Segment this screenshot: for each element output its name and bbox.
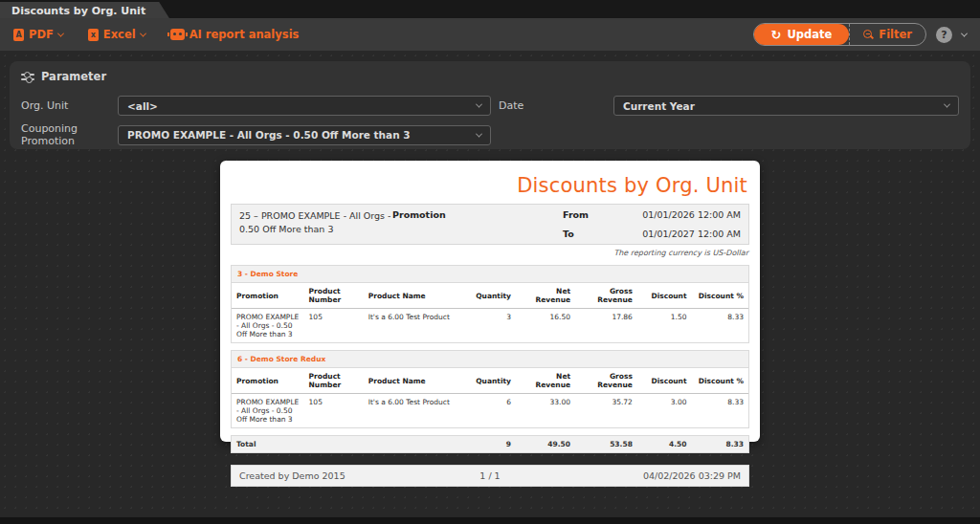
section-group-header: 3 - Demo Store xyxy=(232,266,748,283)
chevron-down-icon xyxy=(476,130,482,137)
to-value: 01/01/2027 12:00 AM xyxy=(622,229,741,239)
couponing-promotion-select[interactable]: PROMO EXAMPLE - All Orgs - 0.50 Off More… xyxy=(118,125,491,145)
excel-button-label: Excel xyxy=(103,28,136,41)
cell-discount-pct: 8.33 xyxy=(692,309,748,343)
page-number: 1 / 1 xyxy=(232,470,748,481)
cell-product-number: 105 xyxy=(304,309,364,343)
total-discount-pct: 8.33 xyxy=(692,436,748,452)
col-header-discount: Discount xyxy=(637,283,692,309)
section-group-header: 6 - Demo Store Redux xyxy=(232,351,748,368)
update-button-label: Update xyxy=(787,28,832,41)
cell-product-name: It's a 6.00 Test Product xyxy=(364,309,462,343)
robot-icon xyxy=(170,29,185,40)
total-discount: 4.50 xyxy=(637,436,692,452)
col-header-promotion: Promotion xyxy=(232,283,304,309)
parameter-panel-header: Parameter xyxy=(21,70,959,83)
pdf-file-icon: A xyxy=(13,29,24,41)
couponing-promotion-value: PROMO EXAMPLE - All Orgs - 0.50 Off More… xyxy=(127,129,411,141)
col-header-discount-pct: Discount % xyxy=(692,283,748,309)
from-label: From xyxy=(563,209,622,220)
col-header-gross-revenue: Gross Revenue xyxy=(575,283,637,309)
report-section-demo-store-redux: 6 - Demo Store Redux Promotion Product N… xyxy=(231,350,749,428)
filter-button-label: Filter xyxy=(879,28,912,41)
col-header-discount-pct: Discount % xyxy=(692,368,748,394)
report-document: Discounts by Org. Unit Promotion 25 – PR… xyxy=(220,161,760,442)
total-label: Total xyxy=(232,436,461,452)
section-table: Promotion Product Number Product Name Qu… xyxy=(232,283,748,342)
promotion-value: 25 – PROMO EXAMPLE - All Orgs - 0.50 Off… xyxy=(239,209,392,239)
chevron-down-icon xyxy=(140,30,146,36)
excel-file-icon: x xyxy=(88,29,99,41)
total-net-revenue: 49.50 xyxy=(516,436,575,452)
date-label: Date xyxy=(499,99,606,112)
date-select[interactable]: Current Year xyxy=(613,96,959,116)
table-header-row: Promotion Product Number Product Name Qu… xyxy=(232,368,748,394)
excel-export-button[interactable]: x Excel xyxy=(88,28,145,41)
date-value: Current Year xyxy=(623,100,695,112)
cell-discount-pct: 8.33 xyxy=(692,394,748,428)
sliders-icon xyxy=(21,71,34,83)
filter-button[interactable]: Filter xyxy=(849,24,925,45)
tab-title: Discounts by Org. Unit xyxy=(11,5,145,17)
org-unit-label: Org. Unit xyxy=(21,99,110,112)
currency-note: The reporting currency is US-Dollar xyxy=(231,249,748,257)
org-unit-value: <all> xyxy=(127,100,158,112)
chevron-down-icon xyxy=(944,101,950,108)
couponing-promotion-label: Couponing Promotion xyxy=(21,122,110,147)
col-header-quantity: Quantity xyxy=(461,283,516,309)
chevron-down-icon[interactable] xyxy=(961,30,968,36)
table-row: PROMO EXAMPLE - All Orgs - 0.50 Off More… xyxy=(232,309,748,343)
toolbar-right: ↻ Update Filter ? xyxy=(753,23,967,46)
content-area: Parameter Org. Unit <all> Date Current Y… xyxy=(0,51,980,517)
col-header-product-name: Product Name xyxy=(364,283,462,309)
col-header-net-revenue: Net Revenue xyxy=(516,283,575,309)
cell-discount: 3.00 xyxy=(637,394,692,428)
update-filter-group: ↻ Update Filter xyxy=(753,23,926,46)
col-header-promotion: Promotion xyxy=(232,368,304,394)
org-unit-select[interactable]: <all> xyxy=(118,96,491,116)
refresh-icon: ↻ xyxy=(771,29,782,41)
to-label: To xyxy=(563,229,622,239)
cell-discount: 1.50 xyxy=(637,309,692,343)
chevron-down-icon xyxy=(57,30,64,36)
cell-quantity: 6 xyxy=(461,394,516,428)
report-section-demo-store: 3 - Demo Store Promotion Product Number … xyxy=(231,265,749,343)
table-header-row: Promotion Product Number Product Name Qu… xyxy=(232,283,748,309)
table-row: PROMO EXAMPLE - All Orgs - 0.50 Off More… xyxy=(232,394,748,428)
report-title: Discounts by Org. Unit xyxy=(231,174,747,197)
parameter-panel: Parameter Org. Unit <all> Date Current Y… xyxy=(10,61,970,149)
update-button[interactable]: ↻ Update xyxy=(754,24,850,45)
help-button[interactable]: ? xyxy=(936,27,952,43)
parameter-panel-title: Parameter xyxy=(41,70,106,83)
cell-net-revenue: 33.00 xyxy=(516,394,575,428)
section-table: Promotion Product Number Product Name Qu… xyxy=(232,368,748,427)
col-header-net-revenue: Net Revenue xyxy=(516,368,575,394)
cell-net-revenue: 16.50 xyxy=(516,309,575,343)
report-total-row: Total 9 49.50 53.58 4.50 8.33 xyxy=(231,435,749,453)
ai-button-label: AI report analysis xyxy=(189,28,300,41)
chevron-down-icon xyxy=(476,101,482,108)
pdf-export-button[interactable]: A PDF xyxy=(13,28,63,41)
report-footer: Created by Demo 2015 1 / 1 04/02/2026 03… xyxy=(231,465,749,487)
from-value: 01/01/2026 12:00 AM xyxy=(622,209,741,220)
promotion-label: Promotion xyxy=(392,209,563,220)
col-header-discount: Discount xyxy=(637,368,692,394)
ai-report-analysis-button[interactable]: AI report analysis xyxy=(170,28,300,41)
col-header-product-name: Product Name xyxy=(364,368,462,394)
pdf-button-label: PDF xyxy=(29,28,54,41)
cell-gross-revenue: 17.86 xyxy=(575,309,637,343)
cell-product-name: It's a 6.00 Test Product xyxy=(364,394,462,428)
tab-strip: Discounts by Org. Unit xyxy=(0,0,980,18)
col-header-quantity: Quantity xyxy=(461,368,516,394)
total-quantity: 9 xyxy=(461,436,516,452)
col-header-product-number: Product Number xyxy=(304,368,364,394)
magnifier-icon xyxy=(863,30,873,39)
col-header-product-number: Product Number xyxy=(304,283,364,309)
report-info-box: Promotion 25 – PROMO EXAMPLE - All Orgs … xyxy=(231,204,749,245)
bottom-bar xyxy=(0,517,980,524)
total-gross-revenue: 53.58 xyxy=(575,436,637,452)
cell-gross-revenue: 35.72 xyxy=(575,394,637,428)
cell-promotion: PROMO EXAMPLE - All Orgs - 0.50 Off More… xyxy=(232,309,304,343)
parameter-grid: Org. Unit <all> Date Current Year Coupon… xyxy=(21,96,959,147)
cell-quantity: 3 xyxy=(461,309,516,343)
